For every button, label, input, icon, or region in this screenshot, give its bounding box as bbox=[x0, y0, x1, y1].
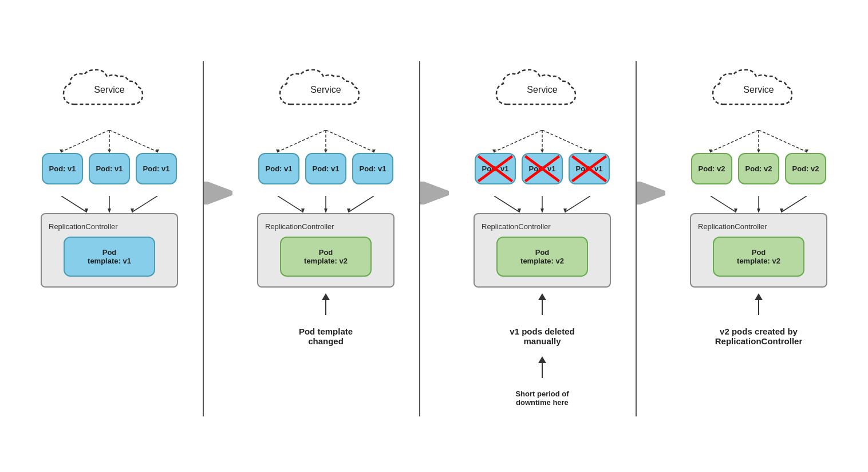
svg-line-8 bbox=[132, 196, 157, 212]
rc-box-col2: ReplicationControllerPodtemplate: v2 bbox=[257, 213, 394, 288]
rc-title-col4: ReplicationController bbox=[698, 222, 767, 231]
pod-label: Pod: v1 bbox=[313, 164, 340, 173]
pod-row-col2: Pod: v1Pod: v1Pod: v1 bbox=[258, 153, 393, 184]
pod-col3-0: Pod: v1 bbox=[475, 153, 516, 184]
rc-connector-col2 bbox=[257, 196, 394, 213]
svg-line-20 bbox=[349, 196, 374, 212]
pod-col1-0: Pod: v1 bbox=[42, 153, 83, 184]
svg-marker-61 bbox=[755, 293, 763, 300]
divider-1 bbox=[203, 61, 204, 416]
pod-label: Pod: v1 bbox=[529, 164, 556, 173]
arrow-3 bbox=[637, 182, 665, 204]
diagram: Service Pod: v1Pod: v1Pod: v1 Replicatio… bbox=[10, 44, 858, 428]
cloud-col2: Service bbox=[269, 56, 383, 124]
cloud-col1: Service bbox=[52, 56, 167, 124]
cloud-pod-connector-col4 bbox=[690, 130, 827, 153]
rc-box-col4: ReplicationControllerPodtemplate: v2 bbox=[690, 213, 827, 288]
svg-marker-45 bbox=[538, 293, 546, 300]
pod-label: Pod: v1 bbox=[143, 164, 170, 173]
pod-col2-1: Pod: v1 bbox=[305, 153, 346, 184]
svg-line-50 bbox=[759, 130, 807, 152]
svg-marker-22 bbox=[324, 209, 328, 213]
pod-col3-2: Pod: v1 bbox=[569, 153, 610, 184]
svg-line-6 bbox=[61, 196, 86, 212]
pod-label: Pod: v1 bbox=[482, 164, 509, 173]
pod-row-col1: Pod: v1Pod: v1Pod: v1 bbox=[42, 153, 177, 184]
cloud-col3: Service bbox=[485, 56, 599, 124]
arrow-1 bbox=[204, 182, 232, 204]
svg-line-2 bbox=[109, 130, 157, 152]
pod-col4-1: Pod: v2 bbox=[738, 153, 779, 184]
pod-label: Pod: v1 bbox=[576, 164, 603, 173]
rc-connector-col4 bbox=[690, 196, 827, 213]
pod-label: Pod: v1 bbox=[96, 164, 123, 173]
svg-line-56 bbox=[782, 196, 807, 212]
rc-title-col2: ReplicationController bbox=[265, 222, 334, 231]
svg-line-12 bbox=[278, 130, 326, 152]
pod-template-col3: Podtemplate: v2 bbox=[496, 237, 588, 277]
column-col4: Service Pod: v2Pod: v2Pod: v2 Replicatio… bbox=[665, 56, 852, 346]
up-arrow-col2 bbox=[320, 292, 332, 315]
svg-line-28 bbox=[542, 130, 590, 152]
pod-label: Pod: v1 bbox=[49, 164, 76, 173]
svg-marker-58 bbox=[757, 209, 760, 213]
rc-title-col3: ReplicationController bbox=[482, 222, 551, 231]
svg-line-48 bbox=[711, 130, 759, 152]
svg-line-18 bbox=[278, 196, 303, 212]
rc-box-col3: ReplicationControllerPodtemplate: v2 bbox=[474, 213, 611, 288]
svg-marker-47 bbox=[538, 356, 546, 363]
caption-col4: v2 pods created byReplicationController bbox=[715, 327, 803, 346]
cloud-col4: Service bbox=[701, 56, 816, 124]
pod-template-col1: Podtemplate: v1 bbox=[64, 237, 155, 277]
svg-line-26 bbox=[494, 130, 542, 152]
pod-row-col4: Pod: v2Pod: v2Pod: v2 bbox=[691, 153, 826, 184]
divider-3 bbox=[636, 61, 637, 416]
column-col3: Service Pod: v1 Pod: v1 Pod: v1 Replicat… bbox=[449, 56, 636, 407]
svg-line-14 bbox=[326, 130, 374, 152]
rc-connector-col3 bbox=[474, 196, 611, 213]
pod-label: Pod: v2 bbox=[792, 164, 819, 173]
pod-col4-2: Pod: v2 bbox=[785, 153, 826, 184]
cloud-pod-connector-col1 bbox=[41, 130, 178, 153]
rc-connector-col1 bbox=[41, 196, 178, 213]
column-col2: Service Pod: v1Pod: v1Pod: v1 Replicatio… bbox=[232, 56, 419, 346]
pod-col1-2: Pod: v1 bbox=[136, 153, 177, 184]
cloud-pod-connector-col2 bbox=[257, 130, 394, 153]
cloud-shape bbox=[58, 64, 161, 116]
pod-label: Pod: v1 bbox=[360, 164, 386, 173]
up-arrow2-col3 bbox=[536, 355, 548, 378]
cloud-shape bbox=[707, 64, 810, 116]
divider-2 bbox=[419, 61, 420, 416]
pod-col4-0: Pod: v2 bbox=[691, 153, 732, 184]
svg-line-38 bbox=[494, 196, 519, 212]
svg-marker-42 bbox=[540, 209, 544, 213]
cloud-shape bbox=[274, 64, 377, 116]
pod-template-col4: Podtemplate: v2 bbox=[713, 237, 804, 277]
caption-col2: Pod templatechanged bbox=[299, 327, 353, 346]
svg-line-40 bbox=[565, 196, 590, 212]
arrow-2 bbox=[420, 182, 449, 204]
pod-row-col3: Pod: v1 Pod: v1 Pod: v1 bbox=[475, 153, 610, 184]
up-arrow-col4 bbox=[753, 292, 764, 315]
caption2-col3: Short period ofdowntime here bbox=[515, 390, 569, 407]
pod-label: Pod: v1 bbox=[266, 164, 293, 173]
svg-marker-25 bbox=[322, 293, 330, 300]
pod-label: Pod: v2 bbox=[745, 164, 772, 173]
svg-line-0 bbox=[61, 130, 109, 152]
rc-title-col1: ReplicationController bbox=[49, 222, 118, 231]
cloud-pod-connector-col3 bbox=[474, 130, 611, 153]
pod-col2-2: Pod: v1 bbox=[352, 153, 393, 184]
svg-line-54 bbox=[711, 196, 736, 212]
svg-marker-10 bbox=[108, 209, 111, 213]
cloud-shape bbox=[491, 64, 594, 116]
pod-col2-0: Pod: v1 bbox=[258, 153, 299, 184]
pod-col1-1: Pod: v1 bbox=[89, 153, 130, 184]
pod-label: Pod: v2 bbox=[699, 164, 725, 173]
column-col1: Service Pod: v1Pod: v1Pod: v1 Replicatio… bbox=[16, 56, 203, 288]
pod-col3-1: Pod: v1 bbox=[522, 153, 563, 184]
up-arrow-col3 bbox=[536, 292, 548, 315]
rc-box-col1: ReplicationControllerPodtemplate: v1 bbox=[41, 213, 178, 288]
caption-col3: v1 pods deletedmanually bbox=[510, 327, 574, 346]
pod-template-col2: Podtemplate: v2 bbox=[280, 237, 372, 277]
